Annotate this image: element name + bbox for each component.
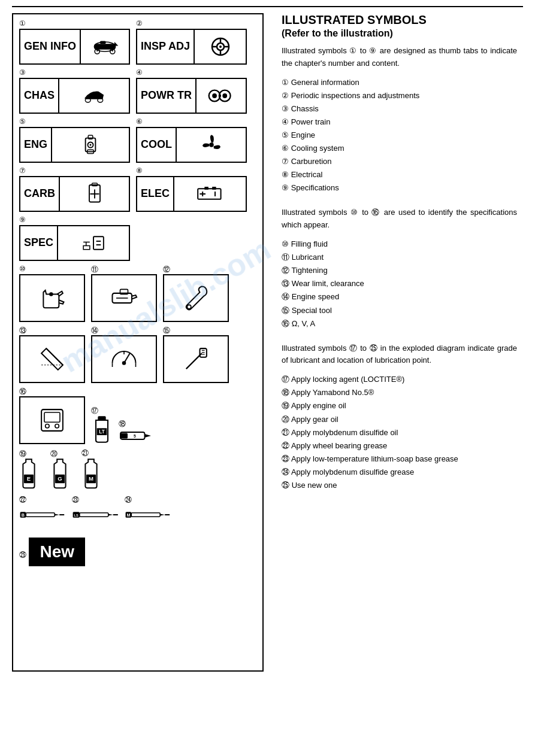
cell-number-16: ⑯ [19,387,26,397]
fan-icon [176,128,246,162]
svg-text:E: E [27,475,31,482]
num-18: ⑱ [282,388,289,397]
cell-number-7: ⑦ [19,166,26,175]
symbol-box-16 [19,396,85,444]
icon-row-19-21: ⑲ E ⑳ G [19,449,256,491]
list-item-10: ⑩ Filling fluid [282,238,517,251]
eng-label: ENG [20,136,51,153]
svg-text:5: 5 [134,434,136,438]
list-item-11: ⑪ Lubricant [282,251,517,264]
insp-adj-label: INSP ADJ [137,38,194,55]
svg-point-65 [55,424,59,429]
symbol-cell-2: ② INSP ADJ [136,20,247,65]
num-19: ⑲ [282,401,289,410]
right-panel: ILLUSTRATED SYMBOLS (Refer to the illust… [276,13,523,672]
svg-rect-7 [100,41,106,44]
symbol-cell-23: ㉓ LS [72,496,120,523]
symbol-row-9: ⑨ SPEC [19,217,256,261]
cell-number-24: ㉔ [125,496,132,504]
svg-line-50 [46,348,63,365]
num-4: ④ [282,117,289,126]
symbol-cell-9: ⑨ SPEC [19,217,130,261]
symbol-cell-11: ⑪ [91,266,157,322]
list-item-6: ⑥ Cooling system [282,142,517,155]
symbol-cell-22: ㉒ B [19,496,67,523]
list-item-19: ⑲ Apply engine oil [282,399,517,412]
list-item-17: ⑰ Apply locking agent (LOCTITE®) [282,373,517,386]
num-20: ⑳ [282,415,289,424]
left-panel: ① GEN INFO [12,13,264,672]
svg-point-10 [219,45,222,48]
svg-rect-63 [44,412,60,422]
list-item-7: ⑦ Carburetion [282,155,517,168]
cell-number-15: ⑮ [163,326,170,336]
list-item-24: ㉔ Apply molybdenum disulfide grease [282,466,517,479]
svg-rect-17 [85,98,102,99]
tool-icon [57,226,129,260]
svg-text:M: M [89,475,93,482]
list-item-9: ⑨ Specifications [282,181,517,195]
list-item-21: ㉑ Apply molybdenum disulfide oil [282,426,517,439]
num-15: ⑮ [282,306,289,315]
symbol-cell-25: ㉕ New [19,529,256,566]
svg-rect-40 [93,236,104,249]
svg-point-28 [89,144,91,145]
sled-icon [58,79,129,113]
svg-text:G: G [58,475,62,482]
symbol-list-1-9: ① General information ② Periodic inspect… [282,76,517,195]
symbol-cell-14: ⑭ [91,327,157,383]
svg-text:M: M [126,512,130,518]
list-item-23: ㉓ Apply low-temperature lithium-soap bas… [282,453,517,466]
symbol-cell-20: ⑳ G [50,449,69,491]
list-item-3: ③ Chassis [282,102,517,116]
cell-number-25: ㉕ [19,551,26,559]
symbol-row-5-6: ⑤ ENG ⑥ [19,119,256,163]
num-24: ㉔ [282,467,289,476]
list-item-14: ⑭ Engine speed [282,290,517,303]
svg-marker-6 [114,42,118,45]
page-title: ILLUSTRATED SYMBOLS [282,13,517,27]
icon-row-22-24: ㉒ B ㉓ LS [19,496,256,523]
svg-rect-23 [219,95,221,96]
num-11: ⑪ [282,253,289,262]
svg-text:LS: LS [74,514,78,517]
symbol-row-1-2: ① GEN INFO [19,20,256,65]
symbol-box-elec: ELEC [136,176,247,212]
svg-point-45 [49,292,53,296]
cell-number-3: ③ [19,68,26,77]
list-item-12: ⑫ Tightening [282,264,517,277]
num-6: ⑥ [282,144,289,153]
cool-label: COOL [137,136,176,153]
symbol-cell-1: ① GEN INFO [19,20,130,65]
num-7: ⑦ [282,157,289,166]
num-9: ⑨ [282,183,289,192]
svg-text:B: B [22,512,25,518]
num-14: ⑭ [282,292,289,301]
elec-label: ELEC [137,186,173,202]
battery-icon [173,177,246,211]
cell-number-10: ⑩ [19,265,26,273]
list-item-16: ⑯ Ω, V, A [282,317,517,330]
num-8: ⑧ [282,170,289,179]
intro-text: Illustrated symbols ① to ⑨ are designed … [282,45,517,70]
spec-label: SPEC [20,235,57,251]
svg-rect-70 [120,433,128,439]
intro-text-3: Illustrated symbols ⑰ to ㉕ in the explod… [282,342,517,368]
svg-point-22 [222,93,227,98]
symbol-box-cool: COOL [136,127,247,163]
cell-number-8: ⑧ [136,166,143,175]
cell-number-12: ⑫ [163,265,170,275]
list-item-25: ㉕ Use new one [282,479,517,492]
snowmobile-icon [80,30,129,63]
list-item-8: ⑧ Electrical [282,168,517,181]
symbol-cell-17: ⑰ LT [91,406,113,444]
carb-label: CARB [20,186,59,202]
num-1: ① [282,78,289,87]
symbol-list-17-25: ⑰ Apply locking agent (LOCTITE®) ⑱ Apply… [282,373,517,492]
svg-rect-80 [26,513,55,517]
list-item-15: ⑮ Special tool [282,304,517,317]
list-item-22: ㉒ Apply wheel bearing grease [282,439,517,453]
cell-number-4: ④ [136,68,143,77]
cell-number-22: ㉒ [19,496,26,504]
icon-row-13-15: ⑬ ⑭ [19,327,256,383]
